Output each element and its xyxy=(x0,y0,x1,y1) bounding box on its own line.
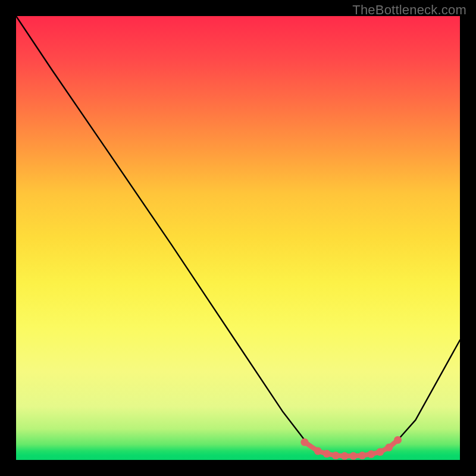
watermark: TheBottleneck.com xyxy=(352,2,466,18)
highlight-point xyxy=(394,436,402,444)
highlight-point xyxy=(341,452,349,460)
highlight-point xyxy=(323,450,331,458)
chart-container: TheBottleneck.com xyxy=(0,0,476,476)
highlight-point xyxy=(300,439,308,446)
bottleneck-curve xyxy=(16,16,460,456)
highlight-point xyxy=(314,447,322,455)
plot-area xyxy=(16,16,460,460)
highlight-point xyxy=(349,452,357,460)
highlight-point xyxy=(367,450,375,458)
highlight-point xyxy=(385,444,393,452)
highlight-point xyxy=(376,448,384,456)
optimal-region-highlight xyxy=(300,436,402,460)
chart-svg xyxy=(16,16,460,460)
highlight-point xyxy=(358,452,366,459)
highlight-point xyxy=(332,452,340,459)
